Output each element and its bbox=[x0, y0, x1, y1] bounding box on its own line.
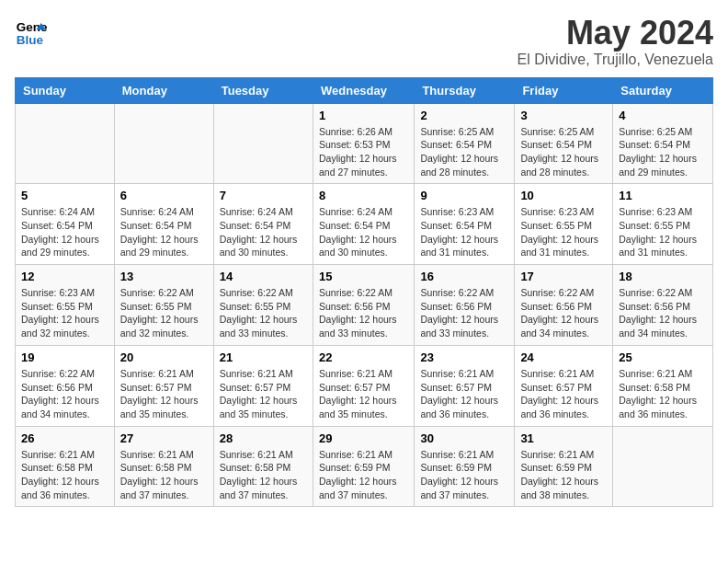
table-row bbox=[213, 103, 313, 184]
day-info: Sunrise: 6:21 AM Sunset: 6:59 PM Dayligh… bbox=[520, 448, 607, 502]
table-row: 26Sunrise: 6:21 AM Sunset: 6:58 PM Dayli… bbox=[16, 426, 115, 507]
day-info: Sunrise: 6:21 AM Sunset: 6:57 PM Dayligh… bbox=[220, 367, 307, 421]
table-row: 7Sunrise: 6:24 AM Sunset: 6:54 PM Daylig… bbox=[213, 184, 313, 265]
day-info: Sunrise: 6:24 AM Sunset: 6:54 PM Dayligh… bbox=[21, 205, 108, 259]
table-row: 4Sunrise: 6:25 AM Sunset: 6:54 PM Daylig… bbox=[613, 103, 713, 184]
table-row: 27Sunrise: 6:21 AM Sunset: 6:58 PM Dayli… bbox=[114, 426, 213, 507]
day-number: 15 bbox=[319, 270, 408, 283]
table-row: 9Sunrise: 6:23 AM Sunset: 6:54 PM Daylig… bbox=[415, 184, 515, 265]
page-header: General Blue May 2024 El Dividive, Truji… bbox=[15, 15, 713, 68]
day-info: Sunrise: 6:21 AM Sunset: 6:59 PM Dayligh… bbox=[319, 448, 408, 502]
day-info: Sunrise: 6:24 AM Sunset: 6:54 PM Dayligh… bbox=[120, 205, 208, 259]
day-number: 12 bbox=[21, 270, 108, 283]
table-row: 8Sunrise: 6:24 AM Sunset: 6:54 PM Daylig… bbox=[313, 184, 414, 265]
calendar-title: May 2024 bbox=[518, 15, 713, 52]
table-row: 20Sunrise: 6:21 AM Sunset: 6:57 PM Dayli… bbox=[114, 345, 213, 426]
day-number: 1 bbox=[319, 109, 408, 122]
calendar-header-row: Sunday Monday Tuesday Wednesday Thursday… bbox=[16, 77, 713, 103]
day-number: 9 bbox=[420, 189, 508, 202]
calendar-week-row: 19Sunrise: 6:22 AM Sunset: 6:56 PM Dayli… bbox=[16, 345, 713, 426]
day-info: Sunrise: 6:21 AM Sunset: 6:57 PM Dayligh… bbox=[319, 367, 408, 421]
table-row: 2Sunrise: 6:25 AM Sunset: 6:54 PM Daylig… bbox=[415, 103, 515, 184]
table-row: 11Sunrise: 6:23 AM Sunset: 6:55 PM Dayli… bbox=[613, 184, 713, 265]
logo: General Blue bbox=[15, 15, 48, 48]
day-info: Sunrise: 6:21 AM Sunset: 6:57 PM Dayligh… bbox=[420, 367, 508, 421]
day-info: Sunrise: 6:26 AM Sunset: 6:53 PM Dayligh… bbox=[319, 125, 408, 179]
day-info: Sunrise: 6:22 AM Sunset: 6:56 PM Dayligh… bbox=[619, 286, 707, 340]
day-number: 14 bbox=[220, 270, 307, 283]
day-info: Sunrise: 6:23 AM Sunset: 6:55 PM Dayligh… bbox=[619, 205, 707, 259]
day-info: Sunrise: 6:23 AM Sunset: 6:54 PM Dayligh… bbox=[420, 205, 508, 259]
table-row: 21Sunrise: 6:21 AM Sunset: 6:57 PM Dayli… bbox=[213, 345, 313, 426]
day-info: Sunrise: 6:22 AM Sunset: 6:56 PM Dayligh… bbox=[520, 286, 607, 340]
day-number: 31 bbox=[520, 431, 607, 445]
title-block: May 2024 El Dividive, Trujillo, Venezuel… bbox=[518, 15, 713, 68]
table-row: 3Sunrise: 6:25 AM Sunset: 6:54 PM Daylig… bbox=[515, 103, 613, 184]
table-row: 10Sunrise: 6:23 AM Sunset: 6:55 PM Dayli… bbox=[515, 184, 613, 265]
day-number: 2 bbox=[420, 109, 508, 122]
day-number: 29 bbox=[319, 431, 408, 445]
table-row: 18Sunrise: 6:22 AM Sunset: 6:56 PM Dayli… bbox=[613, 265, 713, 346]
day-info: Sunrise: 6:21 AM Sunset: 6:58 PM Dayligh… bbox=[120, 448, 208, 502]
day-info: Sunrise: 6:21 AM Sunset: 6:57 PM Dayligh… bbox=[520, 367, 607, 421]
day-number: 8 bbox=[319, 189, 408, 202]
day-number: 7 bbox=[220, 189, 307, 202]
table-row: 15Sunrise: 6:22 AM Sunset: 6:56 PM Dayli… bbox=[313, 265, 414, 346]
table-row bbox=[613, 426, 713, 507]
day-number: 23 bbox=[420, 350, 508, 364]
col-monday: Monday bbox=[114, 77, 213, 103]
day-number: 10 bbox=[520, 189, 607, 202]
day-number: 24 bbox=[520, 350, 607, 364]
day-info: Sunrise: 6:24 AM Sunset: 6:54 PM Dayligh… bbox=[319, 205, 408, 259]
day-number: 17 bbox=[520, 270, 607, 283]
table-row: 14Sunrise: 6:22 AM Sunset: 6:55 PM Dayli… bbox=[213, 265, 313, 346]
table-row: 24Sunrise: 6:21 AM Sunset: 6:57 PM Dayli… bbox=[515, 345, 613, 426]
day-info: Sunrise: 6:25 AM Sunset: 6:54 PM Dayligh… bbox=[619, 125, 707, 179]
day-number: 6 bbox=[120, 189, 208, 202]
col-wednesday: Wednesday bbox=[313, 77, 414, 103]
table-row: 29Sunrise: 6:21 AM Sunset: 6:59 PM Dayli… bbox=[313, 426, 414, 507]
day-info: Sunrise: 6:25 AM Sunset: 6:54 PM Dayligh… bbox=[520, 125, 607, 179]
day-number: 18 bbox=[619, 270, 707, 283]
day-number: 22 bbox=[319, 350, 408, 364]
day-info: Sunrise: 6:23 AM Sunset: 6:55 PM Dayligh… bbox=[21, 286, 108, 340]
calendar-week-row: 12Sunrise: 6:23 AM Sunset: 6:55 PM Dayli… bbox=[16, 265, 713, 346]
col-saturday: Saturday bbox=[613, 77, 713, 103]
table-row: 23Sunrise: 6:21 AM Sunset: 6:57 PM Dayli… bbox=[415, 345, 515, 426]
day-number: 26 bbox=[21, 431, 108, 445]
table-row: 1Sunrise: 6:26 AM Sunset: 6:53 PM Daylig… bbox=[313, 103, 414, 184]
day-info: Sunrise: 6:22 AM Sunset: 6:55 PM Dayligh… bbox=[120, 286, 208, 340]
day-info: Sunrise: 6:21 AM Sunset: 6:58 PM Dayligh… bbox=[21, 448, 108, 502]
table-row: 16Sunrise: 6:22 AM Sunset: 6:56 PM Dayli… bbox=[415, 265, 515, 346]
table-row: 13Sunrise: 6:22 AM Sunset: 6:55 PM Dayli… bbox=[114, 265, 213, 346]
day-number: 28 bbox=[220, 431, 307, 445]
day-info: Sunrise: 6:21 AM Sunset: 6:58 PM Dayligh… bbox=[220, 448, 307, 502]
day-number: 13 bbox=[120, 270, 208, 283]
day-info: Sunrise: 6:22 AM Sunset: 6:56 PM Dayligh… bbox=[319, 286, 408, 340]
day-number: 3 bbox=[520, 109, 607, 122]
day-number: 16 bbox=[420, 270, 508, 283]
calendar-week-row: 26Sunrise: 6:21 AM Sunset: 6:58 PM Dayli… bbox=[16, 426, 713, 507]
table-row: 22Sunrise: 6:21 AM Sunset: 6:57 PM Dayli… bbox=[313, 345, 414, 426]
table-row: 28Sunrise: 6:21 AM Sunset: 6:58 PM Dayli… bbox=[213, 426, 313, 507]
day-number: 20 bbox=[120, 350, 208, 364]
day-info: Sunrise: 6:23 AM Sunset: 6:55 PM Dayligh… bbox=[520, 205, 607, 259]
svg-text:Blue: Blue bbox=[17, 33, 44, 47]
col-friday: Friday bbox=[515, 77, 613, 103]
day-number: 5 bbox=[21, 189, 108, 202]
day-info: Sunrise: 6:22 AM Sunset: 6:56 PM Dayligh… bbox=[21, 367, 108, 421]
day-number: 11 bbox=[619, 189, 707, 202]
calendar-table: Sunday Monday Tuesday Wednesday Thursday… bbox=[15, 77, 713, 508]
table-row bbox=[114, 103, 213, 184]
table-row: 12Sunrise: 6:23 AM Sunset: 6:55 PM Dayli… bbox=[16, 265, 115, 346]
table-row: 5Sunrise: 6:24 AM Sunset: 6:54 PM Daylig… bbox=[16, 184, 115, 265]
logo-icon: General Blue bbox=[15, 15, 48, 48]
day-number: 19 bbox=[21, 350, 108, 364]
day-number: 30 bbox=[420, 431, 508, 445]
day-info: Sunrise: 6:25 AM Sunset: 6:54 PM Dayligh… bbox=[420, 125, 508, 179]
col-sunday: Sunday bbox=[16, 77, 115, 103]
day-info: Sunrise: 6:24 AM Sunset: 6:54 PM Dayligh… bbox=[220, 205, 307, 259]
calendar-week-row: 5Sunrise: 6:24 AM Sunset: 6:54 PM Daylig… bbox=[16, 184, 713, 265]
table-row: 31Sunrise: 6:21 AM Sunset: 6:59 PM Dayli… bbox=[515, 426, 613, 507]
table-row: 25Sunrise: 6:21 AM Sunset: 6:58 PM Dayli… bbox=[613, 345, 713, 426]
